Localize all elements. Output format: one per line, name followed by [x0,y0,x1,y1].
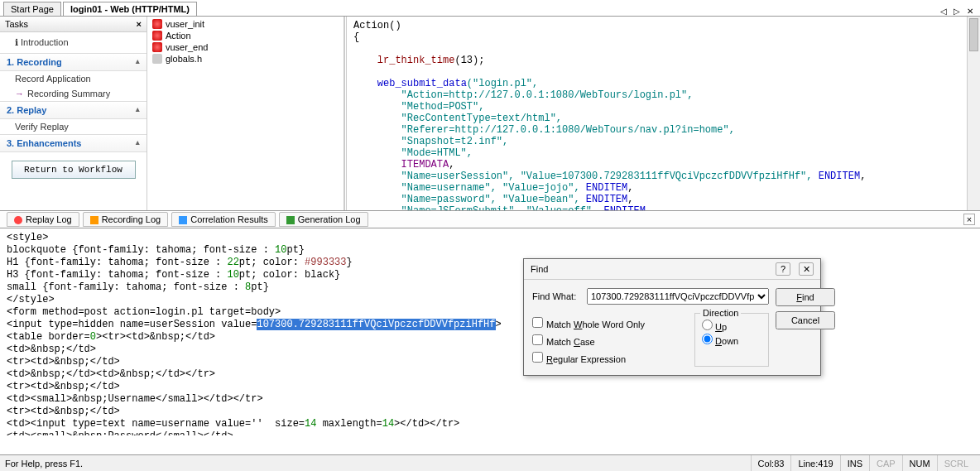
tasks-title: Tasks [5,19,28,29]
find-dialog-title: Find [531,264,548,274]
task-record-application[interactable]: Record Application [0,71,147,86]
task-section-replay[interactable]: 2. Replay▴ [0,101,147,119]
tree-vuser-end[interactable]: vuser_end [147,41,343,53]
status-ins: INS [840,455,869,471]
tab-nav-controls: ◁ ▷ ✕ [939,7,980,16]
tree-globals-h[interactable]: globals.h [147,53,343,65]
find-what-label: Find What: [532,291,582,301]
task-verify-replay[interactable]: Verify Replay [0,119,147,134]
status-col: Col:83 [751,455,791,471]
find-dialog: Find ? ✕ Find What: 107300.729283111ffVQ… [523,258,821,376]
status-cap: CAP [869,455,902,471]
selected-text: 107300.729283111ffVQciVpczcfDDVVfpziHfHf [257,319,495,330]
log-tabs: Replay Log Recording Log Correlation Res… [0,210,980,228]
tab-recording-log[interactable]: Recording Log [83,212,169,227]
document-tabs: Start Page login01 - Web (HTTP/HTML) ◁ ▷… [0,0,980,17]
match-case-checkbox[interactable]: Match Case [532,332,686,349]
close-icon[interactable]: ✕ [799,262,814,276]
status-line: Line:419 [790,455,839,471]
status-help: For Help, press F1. [5,459,83,469]
tab-prev-icon[interactable]: ◁ [939,7,949,16]
status-bar: For Help, press F1. Col:83 Line:419 INS … [0,454,980,471]
tasks-panel: Tasks × ℹ Introduction 1. Recording▴ Rec… [0,17,147,210]
tab-close-icon[interactable]: ✕ [965,7,975,16]
find-button[interactable]: Find [776,288,835,306]
code-scrollbar[interactable] [967,17,980,210]
task-introduction[interactable]: ℹ Introduction [0,32,147,53]
log-close-icon[interactable]: × [963,214,975,225]
tab-correlation-results[interactable]: Correlation Results [171,212,276,227]
direction-up-radio[interactable]: Up [702,319,761,333]
tree-vuser-init[interactable]: vuser_init [147,18,343,30]
task-recording-summary[interactable]: →Recording Summary [0,86,147,101]
match-whole-word-checkbox[interactable]: Match Whole Word Only [532,315,686,332]
tab-generation-log[interactable]: Generation Log [279,212,368,227]
tab-replay-log[interactable]: Replay Log [7,212,79,227]
cancel-button[interactable]: Cancel [776,311,835,329]
task-section-recording[interactable]: 1. Recording▴ [0,53,147,71]
status-num: NUM [902,455,937,471]
status-scrl: SCRL [937,455,975,471]
task-section-enhancements[interactable]: 3. Enhancements▴ [0,134,147,152]
help-icon[interactable]: ? [776,262,790,276]
direction-down-radio[interactable]: Down [702,333,761,347]
tab-start-page[interactable]: Start Page [3,2,61,16]
tasks-close-icon[interactable]: × [137,19,142,29]
find-what-input[interactable]: 107300.729283111ffVQciVpczcfDDVVfp [587,288,769,305]
return-to-workflow-button[interactable]: Return to Workflow [12,161,136,179]
tree-action[interactable]: Action [147,30,343,41]
tab-login01[interactable]: login01 - Web (HTTP/HTML) [63,2,197,16]
code-editor[interactable]: Action() { lr_think_time(13); web_submit… [344,17,980,210]
tab-next-icon[interactable]: ▷ [952,7,962,16]
direction-label: Direction [700,308,741,318]
regex-checkbox[interactable]: Regular Expression [532,349,686,367]
script-tree: vuser_init Action vuser_end globals.h [147,17,344,210]
